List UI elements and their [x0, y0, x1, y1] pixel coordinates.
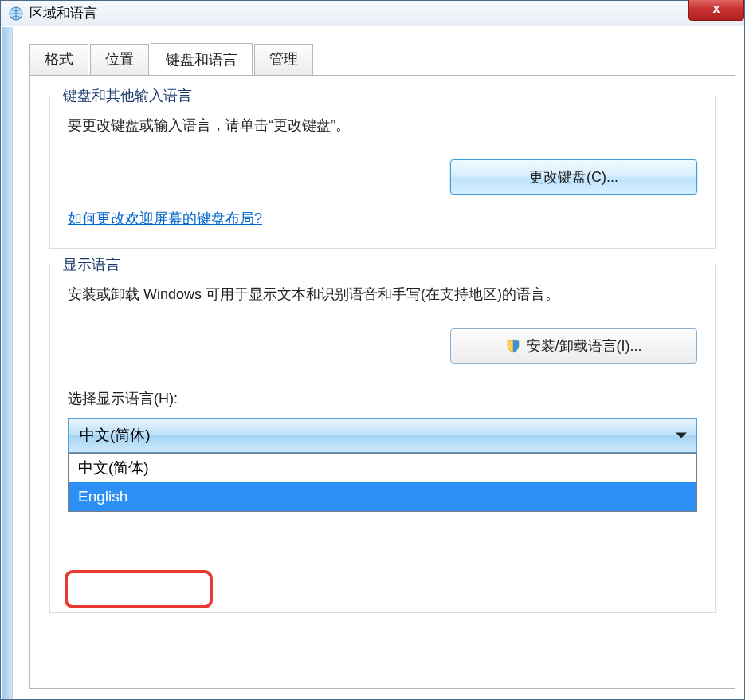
group-display-language: 显示语言 安装或卸载 Windows 可用于显示文本和识别语音和手写(在支持地区… — [49, 265, 716, 613]
window-title: 区域和语言 — [29, 4, 744, 22]
combo-selected-value: 中文(简体) — [80, 425, 151, 446]
tab-keyboard-language[interactable]: 键盘和语言 — [151, 43, 253, 75]
chevron-down-icon — [676, 432, 687, 438]
close-icon: x — [713, 2, 720, 16]
shield-icon — [506, 339, 520, 353]
tab-panel: 键盘和其他输入语言 要更改键盘或输入语言，请单击“更改键盘”。 更改键盘(C).… — [29, 75, 735, 689]
close-button[interactable]: x — [688, 0, 744, 21]
group-display-title: 显示语言 — [58, 255, 125, 274]
welcome-screen-layout-link[interactable]: 如何更改欢迎屏幕的键盘布局? — [68, 210, 262, 226]
combo-option-english[interactable]: English — [69, 482, 696, 511]
titlebar: 区域和语言 x — [1, 1, 744, 26]
change-keyboard-button[interactable]: 更改键盘(C)... — [450, 159, 697, 195]
combo-selected-display[interactable]: 中文(简体) — [68, 418, 697, 453]
combo-dropdown: 中文(简体) English — [68, 453, 697, 512]
dwm-left-accent — [2, 27, 13, 699]
group-display-description: 安装或卸载 Windows 可用于显示文本和识别语音和手写(在支持地区)的语言。 — [68, 283, 697, 306]
tab-admin[interactable]: 管理 — [254, 44, 313, 76]
group-keyboard-title: 键盘和其他输入语言 — [58, 86, 197, 105]
window: 区域和语言 x 格式 位置 键盘和语言 管理 键盘和其他输入语言 要更改键盘或输… — [0, 0, 745, 700]
display-language-combo[interactable]: 中文(简体) 中文(简体) English — [68, 418, 697, 453]
annotation-highlight — [65, 570, 213, 608]
content-area: 格式 位置 键盘和语言 管理 键盘和其他输入语言 要更改键盘或输入语言，请单击“… — [14, 27, 743, 699]
group-keyboard-description: 要更改键盘或输入语言，请单击“更改键盘”。 — [68, 114, 697, 137]
install-uninstall-language-label: 安装/卸载语言(I)... — [527, 336, 642, 356]
globe-icon — [9, 6, 23, 21]
tabstrip: 格式 位置 键盘和语言 管理 — [29, 43, 735, 75]
select-display-language-label: 选择显示语言(H): — [68, 389, 697, 408]
tab-location[interactable]: 位置 — [90, 44, 149, 76]
group-keyboard: 键盘和其他输入语言 要更改键盘或输入语言，请单击“更改键盘”。 更改键盘(C).… — [49, 96, 716, 249]
combo-option-chinese[interactable]: 中文(简体) — [69, 454, 696, 482]
install-uninstall-language-button[interactable]: 安装/卸载语言(I)... — [450, 328, 697, 364]
tab-format[interactable]: 格式 — [29, 44, 88, 76]
